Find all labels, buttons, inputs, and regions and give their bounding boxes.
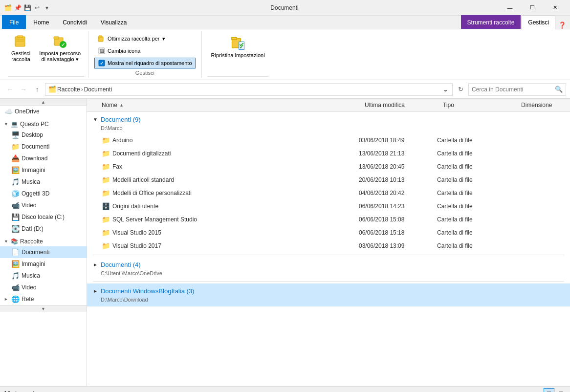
close-button[interactable]: ✕ bbox=[544, 0, 566, 16]
up-button[interactable]: ↑ bbox=[31, 84, 43, 95]
table-row[interactable]: 📁 Visual Studio 2017 03/06/2018 13:09 Ca… bbox=[87, 240, 570, 253]
sidebar-item-rete[interactable]: ► 🌐 Rete bbox=[0, 293, 87, 305]
window-title: Documenti bbox=[51, 4, 499, 11]
col-header-dim[interactable]: Dimensione bbox=[517, 101, 566, 109]
maximize-button[interactable]: ☐ bbox=[521, 0, 544, 16]
table-row[interactable]: 📁 SQL Server Management Studio 06/06/201… bbox=[87, 213, 570, 226]
file-type: Cartella di file bbox=[437, 203, 515, 210]
folder-icon: 📁 bbox=[101, 215, 110, 224]
view-buttons: ⊟ ⊞ bbox=[544, 388, 566, 392]
group3-expand-icon[interactable]: ► bbox=[93, 288, 98, 294]
table-row[interactable]: 📁 Fax 13/06/2018 20:45 Cartella di file bbox=[87, 160, 570, 174]
view-details-button[interactable]: ⊞ bbox=[555, 388, 566, 392]
sidebar-item-raccolte-immagini[interactable]: 🖼️ Immagini bbox=[0, 258, 87, 270]
sidebar-item-raccolte-video[interactable]: 📹 Video bbox=[0, 282, 87, 293]
raccolte-icon: 📚 bbox=[11, 238, 18, 245]
path-documenti[interactable]: Documenti bbox=[84, 86, 112, 93]
view-list-button[interactable]: ⊟ bbox=[544, 388, 554, 392]
table-row[interactable]: 📁 Arduino 03/06/2018 18:49 Cartella di f… bbox=[87, 134, 570, 147]
sidebar-item-raccolte-documenti-label: Documenti bbox=[22, 249, 49, 256]
tab-gestisci[interactable]: Gestisci bbox=[522, 16, 555, 29]
file-date: 06/06/2018 15:18 bbox=[359, 229, 437, 236]
ribbon-help-icon[interactable]: ❓ bbox=[556, 22, 568, 29]
table-row[interactable]: 📁 Visual Studio 2015 06/06/2018 15:18 Ca… bbox=[87, 226, 570, 240]
sidebar-item-questo-pc[interactable]: ▼ 💻 Questo PC bbox=[0, 119, 87, 129]
oggetti3d-icon: 🧊 bbox=[11, 189, 20, 198]
tab-home[interactable]: Home bbox=[27, 15, 55, 29]
group3-container: ► Documenti WindowsBlogItalia (3) D:\Mar… bbox=[87, 283, 570, 306]
sidebar-group-raccolte: ▼ 📚 Raccolte 📄 Documenti 🖼️ Immagini 🎵 M… bbox=[0, 237, 87, 293]
file-date: 20/06/2018 10:13 bbox=[359, 176, 437, 183]
tab-visualizza[interactable]: Visualizza bbox=[94, 15, 133, 29]
group2-title[interactable]: Documenti (4) bbox=[101, 261, 141, 268]
forward-button[interactable]: → bbox=[18, 84, 29, 95]
sidebar-item-onedrive[interactable]: ☁️ OneDrive bbox=[0, 106, 87, 117]
cambia-icona-button[interactable]: 🖼 Cambia icona bbox=[94, 45, 195, 56]
table-row[interactable]: 📁 Modelli articoli standard 20/06/2018 1… bbox=[87, 174, 570, 187]
search-box[interactable]: 🔍 bbox=[468, 83, 566, 96]
raccolte-immagini-icon: 🖼️ bbox=[11, 260, 20, 268]
table-row[interactable]: 🗄️ Origini dati utente 06/06/2018 14:23 … bbox=[87, 200, 570, 213]
sidebar-item-dati-d[interactable]: 💽 Dati (D:) bbox=[0, 223, 87, 235]
chevron-down-icon[interactable]: ▾ bbox=[43, 4, 51, 12]
svg-text:✓: ✓ bbox=[100, 61, 104, 66]
col-header-tipo[interactable]: Tipo bbox=[439, 101, 517, 109]
group2-expand-icon[interactable]: ► bbox=[93, 262, 98, 267]
file-type: Cartella di file bbox=[437, 137, 515, 144]
mostra-riquadro-button[interactable]: ✓ Mostra nel riquadro di spostamento bbox=[94, 58, 195, 68]
sidebar-item-disco-c[interactable]: 💾 Disco locale (C:) bbox=[0, 211, 87, 223]
gestisci-raccolta-button[interactable]: Gestisciraccolta bbox=[8, 31, 34, 65]
sidebar-item-immagini[interactable]: 🖼️ Immagini bbox=[0, 164, 87, 176]
back-button[interactable]: ← bbox=[4, 84, 16, 95]
col-header-modifica[interactable]: Ultima modifica bbox=[361, 101, 439, 109]
sidebar-item-oggetti3d[interactable]: 🧊 Oggetti 3D bbox=[0, 188, 87, 199]
table-row[interactable]: 📁 Documenti digitalizzati 13/06/2018 21:… bbox=[87, 147, 570, 160]
folder-icon: 📁 bbox=[101, 162, 110, 172]
ribbon-section2-label: Gestisci bbox=[135, 70, 154, 76]
path-dropdown-arrow[interactable]: ⌄ bbox=[441, 86, 449, 93]
sidebar-item-download[interactable]: 📥 Download bbox=[0, 152, 87, 164]
sidebar-item-raccolte-musica-label: Musica bbox=[22, 272, 40, 279]
sidebar-item-video[interactable]: 📹 Video bbox=[0, 199, 87, 211]
sidebar: ▲ ☁️ OneDrive ▼ 💻 Questo PC 🖥️ Desktop 📁… bbox=[0, 99, 87, 386]
sidebar-item-rete-label: Rete bbox=[22, 296, 34, 303]
cambia-icona-label: Cambia icona bbox=[108, 48, 140, 54]
sidebar-item-documenti[interactable]: 📁 Documenti bbox=[0, 141, 87, 152]
ottimizza-button[interactable]: Ottimizza raccolta per ▾ bbox=[94, 33, 195, 44]
details-view-icon: ⊞ bbox=[558, 390, 563, 392]
sidebar-item-desktop[interactable]: 🖥️ Desktop bbox=[0, 129, 87, 141]
address-path[interactable]: 🗂️ Raccolte › Documenti ⌄ bbox=[45, 83, 453, 96]
minimize-button[interactable]: — bbox=[499, 0, 521, 16]
tab-condividi[interactable]: Condividi bbox=[56, 15, 93, 29]
path-raccolte[interactable]: Raccolte bbox=[57, 86, 80, 93]
search-input[interactable] bbox=[472, 86, 555, 93]
immagini-icon: 🖼️ bbox=[11, 166, 20, 174]
ribbon-section1-label bbox=[8, 76, 84, 78]
sidebar-scroll-up[interactable]: ▲ bbox=[0, 99, 87, 106]
sidebar-item-raccolte-video-label: Video bbox=[22, 284, 36, 291]
group1-title[interactable]: Documenti (9) bbox=[101, 116, 141, 123]
refresh-button[interactable]: ↻ bbox=[455, 84, 466, 95]
tab-file[interactable]: File bbox=[2, 15, 26, 29]
file-name: Modelli di Office personalizzati bbox=[112, 190, 359, 196]
file-list: ▼ Documenti (9) D:\Marco 📁 Arduino 03/06… bbox=[87, 112, 570, 386]
sidebar-item-raccolte-header[interactable]: ▼ 📚 Raccolte bbox=[0, 237, 87, 246]
sidebar-item-raccolte-musica[interactable]: 🎵 Musica bbox=[0, 270, 87, 282]
sidebar-item-musica[interactable]: 🎵 Musica bbox=[0, 176, 87, 188]
ripristina-button[interactable]: ✓ Ripristina impostazioni bbox=[208, 31, 268, 61]
save-icon: 💾 bbox=[23, 4, 31, 12]
desktop-icon: 🖥️ bbox=[11, 131, 20, 139]
sidebar-item-raccolte-documenti[interactable]: 📄 Documenti bbox=[0, 246, 87, 258]
group2-path: C:\Utenti\Marco\OneDrive bbox=[87, 270, 570, 279]
sidebar-scroll-down[interactable]: ▼ bbox=[0, 305, 87, 312]
col-header-nome[interactable]: Nome ▲ bbox=[98, 101, 361, 109]
documenti-icon: 📁 bbox=[11, 142, 20, 151]
imposta-percorso-button[interactable]: ✓ Imposta percorsodi salvataggio ▾ bbox=[36, 31, 84, 65]
group1-expand-icon[interactable]: ▼ bbox=[93, 117, 98, 122]
table-row[interactable]: 📁 Modelli di Office personalizzati 04/06… bbox=[87, 187, 570, 200]
file-type: Cartella di file bbox=[437, 242, 515, 249]
gestisci-raccolta-icon bbox=[13, 34, 29, 49]
group3-title[interactable]: Documenti WindowsBlogItalia (3) bbox=[101, 287, 194, 295]
tab-strumenti-raccolte[interactable]: Strumenti raccolte bbox=[461, 15, 521, 29]
ottimizza-icon bbox=[98, 35, 106, 43]
